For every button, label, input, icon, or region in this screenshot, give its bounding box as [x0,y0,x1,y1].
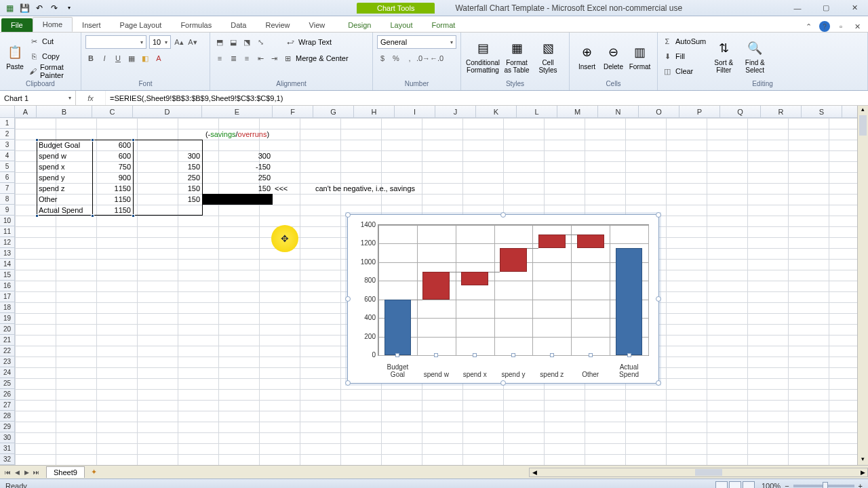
col-header[interactable]: M [557,106,598,117]
underline-icon[interactable]: U [113,53,123,64]
row-header[interactable]: 5 [0,161,14,172]
col-header[interactable]: P [679,106,720,117]
align-bottom-icon[interactable]: ⬔ [241,37,252,47]
normal-view-button[interactable] [715,481,728,489]
align-middle-icon[interactable]: ⬓ [228,37,239,47]
page-break-view-button[interactable] [743,481,755,489]
decrease-decimal-icon[interactable]: ←.0 [431,53,442,64]
format-painter-button[interactable]: 🖌Format Painter [28,64,77,78]
col-header[interactable]: N [598,106,639,117]
series-marker[interactable] [589,353,593,357]
chart-resize-handle[interactable] [345,296,351,302]
conditional-formatting-button[interactable]: ▤Conditional Formatting [465,34,500,79]
row-header[interactable]: 31 [0,443,14,454]
col-header[interactable]: E [202,106,273,117]
cut-button[interactable]: ✂Cut [28,35,77,48]
tab-home[interactable]: Home [33,17,73,32]
bar-delta[interactable] [500,248,527,271]
selection-handle[interactable] [132,214,135,218]
last-sheet-icon[interactable]: ⏭ [31,469,41,476]
delete-cells-button[interactable]: ⊖Delete [600,34,627,79]
restore-window-icon[interactable]: ▫ [835,21,846,32]
row-header[interactable]: 18 [0,302,14,313]
worksheet-grid[interactable]: A B C D E F G H I J K L M N O P Q R S 12… [0,106,868,465]
row-header[interactable]: 9 [0,205,14,216]
col-header[interactable]: K [476,106,517,117]
format-as-table-button[interactable]: ▦Format as Table [500,34,533,79]
row-header[interactable]: 4 [0,150,14,161]
comma-icon[interactable]: , [404,53,415,64]
percent-icon[interactable]: % [391,53,401,64]
series-marker[interactable] [434,353,438,357]
minimize-ribbon-icon[interactable]: ⌃ [803,21,814,32]
currency-icon[interactable]: $ [377,53,388,64]
bar-total[interactable] [384,300,412,355]
row-header[interactable]: 14 [0,259,14,270]
series-marker[interactable] [627,353,631,357]
new-sheet-button[interactable]: ✦ [89,467,100,478]
row-header[interactable]: 1 [0,118,14,129]
first-sheet-icon[interactable]: ⏮ [3,469,12,476]
scroll-right-icon[interactable]: ▶ [858,469,867,476]
tab-formulas[interactable]: Formulas [171,18,221,32]
tab-review[interactable]: Review [256,18,299,32]
scroll-down-icon[interactable]: ▾ [858,455,868,465]
find-select-button[interactable]: 🔍Find & Select [741,34,768,79]
increase-font-icon[interactable]: A▴ [174,37,184,47]
scroll-up-icon[interactable]: ▴ [858,106,868,115]
zoom-in-button[interactable]: + [859,482,863,489]
col-header[interactable]: G [313,106,354,117]
tab-file[interactable]: File [1,18,33,32]
series-marker[interactable] [473,353,477,357]
chart-resize-handle[interactable] [656,380,661,386]
clear-button[interactable]: ◫Clear [662,64,706,78]
chart-resize-handle[interactable] [500,212,506,218]
row-header[interactable]: 2 [0,129,14,140]
close-button[interactable]: ✕ [846,3,863,14]
bar-total[interactable] [616,248,643,355]
bar-delta[interactable] [422,272,450,300]
chart-resize-handle[interactable] [345,212,351,218]
minimize-button[interactable]: — [789,3,806,14]
align-right-icon[interactable]: ≡ [241,53,252,64]
select-all-button[interactable] [0,106,15,117]
align-center-icon[interactable]: ≣ [228,53,239,64]
zoom-slider[interactable] [793,485,854,487]
name-box[interactable]: Chart 1▾ [0,91,76,105]
col-header[interactable]: R [761,106,802,117]
tab-page-layout[interactable]: Page Layout [111,18,172,32]
row-header[interactable]: 7 [0,183,14,194]
chart-resize-handle[interactable] [656,212,661,218]
col-header[interactable]: A [15,106,37,117]
bar-delta[interactable] [577,235,604,249]
row-header[interactable]: 30 [0,432,14,443]
sheet-tab[interactable]: Sheet9 [46,466,85,478]
scroll-thumb[interactable] [859,115,867,136]
fill-color-icon[interactable]: ◧ [140,53,151,64]
row-header[interactable]: 10 [0,216,14,226]
row-header[interactable]: 15 [0,270,14,281]
row-header[interactable]: 11 [0,226,14,237]
tab-data[interactable]: Data [221,18,256,32]
cell-styles-button[interactable]: ▧Cell Styles [533,34,563,79]
save-icon[interactable]: 💾 [19,3,30,14]
selection-handle[interactable] [91,214,94,218]
selection-handle[interactable] [35,138,39,142]
chart-resize-handle[interactable] [500,380,506,386]
orientation-icon[interactable]: ⤡ [255,37,266,47]
next-sheet-icon[interactable]: ▶ [22,469,31,476]
col-header[interactable]: Q [720,106,761,117]
paste-button[interactable]: 📋 Paste [4,34,26,79]
vertical-scrollbar[interactable]: ▴ ▾ [857,106,868,465]
col-header[interactable]: F [273,106,313,117]
scroll-left-icon[interactable]: ◀ [530,469,539,476]
row-header[interactable]: 6 [0,172,14,183]
undo-icon[interactable]: ↶ [34,3,45,14]
bold-icon[interactable]: B [85,53,96,64]
bar-delta[interactable] [461,272,488,286]
row-header[interactable]: 29 [0,422,14,432]
row-header[interactable]: 12 [0,237,14,248]
prev-sheet-icon[interactable]: ◀ [12,469,22,476]
row-header[interactable]: 17 [0,291,14,302]
selection-handle[interactable] [35,214,39,218]
